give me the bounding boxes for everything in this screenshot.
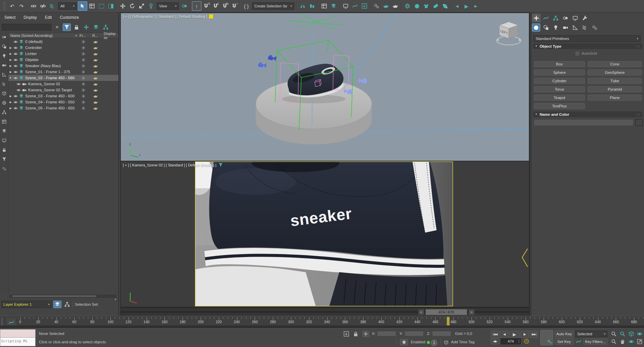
object-row-kamera-szene-02[interactable]: Kamera_Szene 02 [8,81,118,87]
percent-snap-toggle-button[interactable]: % [220,1,230,11]
tab-create[interactable] [532,14,541,22]
named-selection-sets-dropdown[interactable]: Create Selection Se▾ [252,2,294,10]
object-row-kamera-szene-02-target[interactable]: Kamera_Szene 02.Target [8,87,118,93]
renderable-icon[interactable] [90,106,101,110]
column-renderable[interactable]: R... [92,34,104,38]
teapot-button[interactable]: Teapot [534,95,585,101]
add-time-tag[interactable]: Add Time Tag [451,340,475,344]
category-shapes[interactable] [542,23,550,32]
go-to-start-button[interactable]: |◀◀ [491,331,499,338]
tab-display[interactable] [571,14,580,22]
filter-groups-toggle[interactable] [1,90,7,97]
layer-row-sneaker[interactable]: ▶Sneaker (Navy Blau) [8,63,118,69]
plane-button[interactable]: Plane [588,95,642,101]
reference-coordinate-dropdown[interactable]: View▾ [157,2,179,10]
environment-button[interactable] [440,1,450,11]
next-frame-slider-button[interactable]: > [468,309,475,315]
layer-row-szene-05[interactable]: ▶Szene_05 - Frame 450 - 650 [8,105,118,111]
frame-spinner[interactable]: ▲▼ [518,339,520,344]
render-setup-button[interactable]: ◀ [452,1,462,11]
layer-row-controller[interactable]: ▶Controller [8,45,118,51]
pan-view-button[interactable] [619,338,626,345]
rendered-frame-window-button[interactable] [381,1,391,11]
use-pivot-point-center-button[interactable] [180,1,189,11]
select-and-scale-button[interactable] [137,1,146,11]
layer-row-szene-03[interactable]: ▶Szene_03 - Frame 450 - 600 [8,93,118,99]
frozen-icon[interactable] [77,40,90,44]
cylinder-button[interactable]: Cylinder [534,78,585,84]
add-layer-button[interactable] [82,23,90,31]
align-button[interactable] [307,1,317,11]
menu-edit[interactable]: Edit [45,15,52,20]
orthographic-scene[interactable] [121,13,529,161]
set-key-button[interactable]: Set Key [554,338,574,345]
render-in-cloud-button[interactable] [403,1,412,11]
snaps-toggle-button[interactable]: 3 [201,1,211,11]
select-by-name-button[interactable] [87,1,97,11]
previous-frame-slider-button[interactable]: < [418,309,424,315]
select-object-button[interactable] [78,1,87,11]
spinner-snap-toggle-button[interactable]: ↕ [230,1,239,11]
frozen-icon[interactable] [77,100,90,104]
clear-search-button[interactable]: ✕ [53,23,61,31]
column-display-as[interactable]: Display as [104,32,118,40]
eye-icon[interactable] [13,58,18,62]
renderable-icon[interactable] [90,100,101,104]
macro-recorder-row[interactable] [0,330,35,338]
menu-customize[interactable]: Customize [60,15,79,20]
unlink-selection-button[interactable] [38,1,48,11]
zoom-extents-button[interactable] [628,331,635,337]
tab-utilities[interactable] [581,14,589,22]
mirror-button[interactable] [298,1,307,11]
window-crossing-button[interactable] [106,1,115,11]
filter-systems-toggle[interactable] [1,165,7,172]
tube-button[interactable]: Tube [588,78,642,84]
object-type-rollout[interactable]: ▼ Object Type ::: [533,43,642,49]
torus-button[interactable]: Torus [534,86,585,92]
key-filters-button[interactable]: Key Filters... [583,338,607,345]
zoom-button[interactable] [610,331,617,337]
eye-icon[interactable] [13,46,18,50]
selection-filter-dropdown[interactable]: All▾ [58,2,77,10]
expand-arrow[interactable]: ▶ [8,58,13,61]
auto-key-button[interactable]: Auto Key [554,331,574,337]
autogrid-checkbox[interactable] [576,52,579,55]
sort-asc-icon[interactable]: ▲ [75,34,80,37]
redo-button[interactable]: ↷ [17,1,26,11]
layer-mode-button[interactable] [92,23,100,31]
per-view-filter-icon[interactable] [218,163,223,167]
frozen-icon[interactable] [77,76,90,80]
select-and-manipulate-button[interactable]: ↑ [192,1,201,11]
category-systems[interactable] [590,23,599,32]
render-production-button[interactable]: ▶ [462,1,471,11]
pyramid-button[interactable]: Pyramid [588,86,642,92]
settings-gear-button[interactable] [372,1,381,11]
expand-arrow[interactable]: ▶ [8,95,13,98]
time-configuration-button[interactable] [523,338,530,345]
x-coordinate-field[interactable] [377,331,396,336]
eye-icon[interactable] [13,52,18,56]
eye-icon[interactable] [13,76,18,80]
tab-motion[interactable] [561,14,570,22]
zoom-region-button[interactable] [610,338,617,345]
viewport-label-top[interactable]: [ + ] [ Orthographic ] [ Standard ] [ De… [123,14,213,18]
renderable-icon[interactable] [90,88,101,92]
notification-count-button[interactable]: 1 [431,340,437,346]
filter-button[interactable] [63,23,71,31]
viewport-label-bottom[interactable]: [ + ] [ Kamera_Szene 02 ] [ Standard ] [… [123,163,223,167]
eye-icon[interactable] [13,100,18,104]
expand-arrow[interactable]: ▶ [8,52,13,55]
curve-editor-button[interactable] [350,1,360,11]
eye-icon[interactable] [13,106,18,110]
select-and-place-button[interactable] [146,1,156,11]
menu-display[interactable]: Display [23,15,37,20]
tab-hierarchy[interactable] [551,14,560,22]
select-and-link-button[interactable] [29,1,38,11]
layer-row-szene-02[interactable]: ▼Szene_02 - Frame 450 - 580 [8,75,118,81]
frozen-icon[interactable] [77,58,90,62]
filter-lights-toggle[interactable] [1,53,7,59]
filter-objects-toggle[interactable] [1,34,7,40]
renderable-icon[interactable] [90,46,101,50]
expand-arrow[interactable]: ▶ [8,70,13,73]
renderable-icon[interactable] [90,82,101,86]
